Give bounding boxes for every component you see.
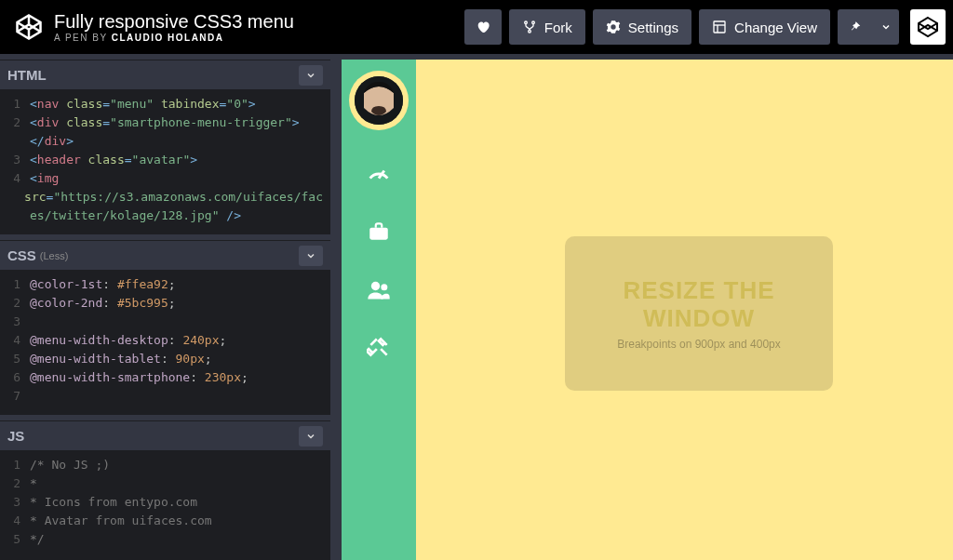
user-avatar[interactable] [910, 9, 946, 45]
top-buttons: Fork Settings Change View [464, 9, 946, 45]
collapse-js[interactable] [299, 426, 323, 447]
pin-dropdown-button[interactable] [873, 9, 899, 45]
svg-point-13 [371, 282, 380, 290]
preview-pane: RESIZE THE WINDOW Breakpoints on 900px a… [330, 54, 953, 560]
code-js[interactable]: 1/* No JS ;)2 *3 * Icons from entypo.com… [0, 450, 330, 558]
collapse-html[interactable] [299, 65, 323, 86]
code-html[interactable]: 1<nav class="menu" tabindex="0">2 <div c… [0, 89, 330, 234]
change-view-label: Change View [734, 20, 817, 35]
svg-rect-12 [369, 228, 388, 240]
layout-icon [712, 20, 727, 34]
gear-icon [606, 20, 621, 34]
settings-button[interactable]: Settings [593, 9, 691, 45]
svg-point-3 [525, 21, 528, 24]
codepen-logo-small [917, 16, 939, 38]
editor-header-html[interactable]: HTML [0, 60, 330, 89]
settings-label: Settings [628, 20, 678, 35]
change-view-button[interactable]: Change View [699, 9, 830, 45]
pen-title: Fully responsive CSS3 menu [54, 11, 464, 33]
pin-group [838, 9, 899, 45]
avatar[interactable] [349, 71, 409, 130]
workspace: HTML 1<nav class="menu" tabindex="0">2 <… [0, 54, 953, 560]
gauge-icon-item[interactable] [365, 160, 393, 188]
fork-button[interactable]: Fork [509, 9, 585, 45]
pin-button[interactable] [838, 9, 873, 45]
chevron-down-icon [305, 431, 316, 442]
codepen-logo[interactable] [11, 9, 47, 45]
editor-header-js[interactable]: JS [0, 420, 330, 450]
topbar: Fully responsive CSS3 menu A PEN BY Clau… [0, 0, 953, 54]
resize-title: RESIZE THE WINDOW [623, 276, 774, 332]
lang-label-css: CSS [7, 247, 36, 263]
chevron-down-icon [305, 250, 316, 261]
preview-sidebar [342, 60, 416, 560]
pen-byline: A PEN BY Claudio Holanda [54, 33, 464, 43]
users-icon [366, 276, 392, 302]
lang-label-html: HTML [7, 67, 47, 83]
briefcase-icon [367, 220, 391, 244]
byline-prefix: A PEN BY [54, 33, 112, 43]
title-block: Fully responsive CSS3 menu A PEN BY Clau… [54, 11, 464, 43]
pen-author[interactable]: Claudio Holanda [112, 33, 224, 43]
gauge-icon [366, 161, 392, 187]
pin-icon [849, 20, 862, 33]
avatar-face-icon [355, 76, 403, 125]
svg-point-14 [381, 284, 387, 290]
svg-marker-9 [919, 18, 937, 36]
svg-point-4 [532, 21, 535, 24]
lang-label-js: JS [7, 428, 24, 444]
chevron-down-icon [880, 21, 892, 33]
tools-icon-item[interactable] [365, 333, 393, 361]
code-css[interactable]: 1@color-1st: #ffea92;2@color-2nd: #5bc99… [0, 270, 330, 415]
editor-header-css[interactable]: CSS (Less) [0, 240, 330, 270]
svg-point-5 [529, 30, 531, 33]
users-icon-item[interactable] [365, 275, 393, 303]
chevron-down-icon [305, 70, 316, 81]
lang-paren-css: (Less) [40, 250, 69, 261]
briefcase-icon-item[interactable] [365, 218, 393, 246]
like-button[interactable] [464, 9, 502, 45]
fork-icon [522, 20, 537, 34]
resize-card: RESIZE THE WINDOW Breakpoints on 900px a… [565, 236, 833, 391]
resize-sub: Breakpoints on 900px and 400px [615, 338, 783, 351]
heart-icon [476, 20, 490, 34]
fork-label: Fork [544, 20, 572, 35]
collapse-css[interactable] [299, 246, 323, 266]
svg-rect-6 [714, 21, 725, 33]
tools-icon [367, 335, 391, 359]
editors-column: HTML 1<nav class="menu" tabindex="0">2 <… [0, 54, 330, 560]
